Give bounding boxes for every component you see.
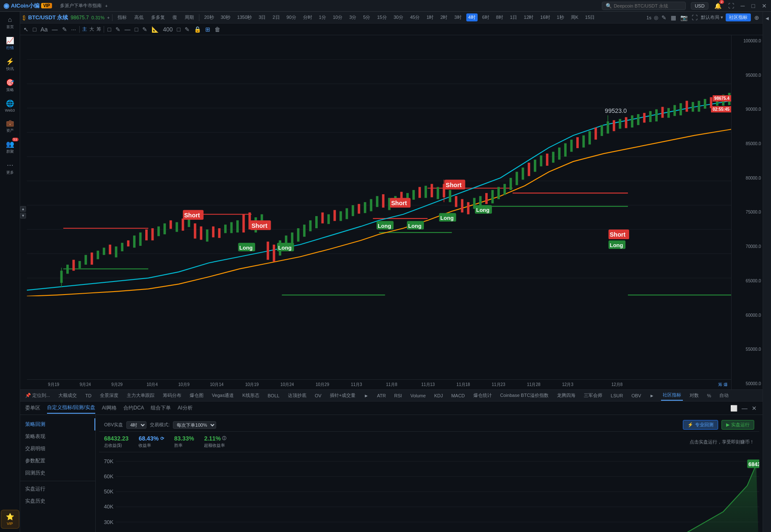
tab-kpattern[interactable]: K线形态 bbox=[240, 391, 261, 400]
copy-icon[interactable]: ⟳ bbox=[160, 436, 164, 441]
maximize-icon[interactable]: □ bbox=[751, 2, 756, 10]
menu-performance[interactable]: 策略表现 bbox=[20, 430, 95, 443]
tf-1h[interactable]: 1时 bbox=[424, 13, 436, 21]
scroll-down-btn[interactable]: ▼ bbox=[20, 213, 26, 219]
draw-chip-btn[interactable]: 筹 bbox=[97, 26, 101, 32]
tf-3m[interactable]: 3分 bbox=[347, 13, 358, 21]
tab-log[interactable]: 对数 bbox=[688, 391, 700, 400]
tf-2h[interactable]: 2时 bbox=[438, 13, 450, 21]
tab-volume[interactable]: Volume bbox=[409, 391, 428, 400]
tf-8h[interactable]: 8时 bbox=[494, 13, 505, 21]
draw-measure[interactable]: 📐 bbox=[151, 25, 159, 34]
tf-16h[interactable]: 16时 bbox=[538, 13, 552, 21]
search-box[interactable]: 🔍 bbox=[602, 2, 686, 10]
tf-20s[interactable]: 20秒 bbox=[202, 13, 216, 21]
draw-select-rect[interactable]: □ bbox=[107, 25, 112, 34]
tf-4h[interactable]: 4时 bbox=[466, 13, 478, 21]
panel-expand-btn[interactable]: ⬜ bbox=[729, 404, 738, 412]
tf-week[interactable]: 周K bbox=[569, 13, 580, 21]
tf-10m[interactable]: 10分 bbox=[331, 13, 345, 21]
period-btn[interactable]: 周期 bbox=[182, 13, 196, 21]
nav-assets[interactable]: 💼 资产 bbox=[1, 117, 19, 136]
draw-pencil[interactable]: ✎ bbox=[115, 25, 121, 34]
indicator-btn[interactable]: 指标 bbox=[115, 13, 129, 21]
tf-1m[interactable]: 1分 bbox=[317, 13, 328, 21]
camera-btn[interactable]: 📷 bbox=[680, 13, 688, 22]
tf-5m[interactable]: 5分 bbox=[361, 13, 372, 21]
draw-pen[interactable]: ✎ bbox=[61, 25, 68, 34]
draw-hline[interactable]: — bbox=[124, 25, 131, 34]
default-layout-btn[interactable]: 默认布局 ▾ bbox=[701, 14, 723, 21]
currency-button[interactable]: USD bbox=[691, 2, 708, 10]
tab-needle[interactable]: 插针+成交量 bbox=[328, 391, 357, 400]
tf-1350s[interactable]: 1350秒 bbox=[235, 13, 254, 21]
tf-1s-right[interactable]: 1s bbox=[646, 15, 651, 20]
live-run-btn[interactable]: ▶ 实盘运行 bbox=[721, 420, 754, 430]
trade-mode-select[interactable]: 每次下单100% bbox=[173, 421, 216, 429]
close-icon[interactable]: ✕ bbox=[761, 2, 768, 10]
draw-line[interactable]: — bbox=[51, 25, 59, 34]
ptab-custom[interactable]: 自定义指标/回测/实盘 bbox=[47, 402, 95, 414]
tab-rsi[interactable]: RSI bbox=[392, 391, 403, 400]
nav-more[interactable]: ⋯ 更多 bbox=[1, 159, 19, 178]
tf-1d[interactable]: 1日 bbox=[508, 13, 519, 21]
tab-bigorder[interactable]: 大额成交 bbox=[57, 391, 78, 400]
draw-text2[interactable]: □ bbox=[176, 25, 181, 34]
menu-live-history[interactable]: 实盘历史 bbox=[20, 495, 95, 507]
tab-bigtrack[interactable]: 主力大单跟踪 bbox=[125, 391, 156, 400]
draw-delete[interactable]: 🗑 bbox=[214, 25, 221, 34]
tab-boll[interactable]: BOLL bbox=[266, 391, 281, 400]
draw-filter[interactable]: ⊞ bbox=[204, 25, 211, 34]
fullscreen-chart-btn[interactable]: ⛶ bbox=[691, 13, 698, 22]
nav-market[interactable]: 📈 行情 bbox=[1, 34, 19, 53]
tab-lsur[interactable]: LSUR bbox=[609, 391, 625, 400]
draw-copy[interactable]: ✎ bbox=[184, 25, 191, 34]
draw-fib[interactable]: 400 bbox=[162, 25, 173, 34]
tab-army[interactable]: 三军会师 bbox=[582, 391, 604, 400]
nav-news[interactable]: ⚡ 快讯 bbox=[1, 55, 19, 74]
tf-90m[interactable]: 90分 bbox=[285, 13, 298, 21]
menu-live-run[interactable]: 实盘运行 bbox=[20, 483, 95, 495]
panel-minimize-btn[interactable]: — bbox=[741, 404, 748, 412]
ptab-combo[interactable]: 组合下单 bbox=[151, 403, 171, 413]
panel-close-btn[interactable]: ✕ bbox=[751, 404, 758, 412]
notification-icon[interactable]: 🔔 2 bbox=[714, 2, 722, 10]
share-icon[interactable]: ⊕ bbox=[753, 13, 760, 22]
draw-big-btn[interactable]: 大 bbox=[89, 26, 94, 32]
nav-vip[interactable]: ⭐ VIP bbox=[1, 510, 19, 529]
menu-history[interactable]: 回测历史 bbox=[20, 467, 95, 479]
ptab-analysis[interactable]: AI分析 bbox=[178, 403, 192, 413]
draw-lock[interactable]: 🔒 bbox=[193, 25, 202, 34]
tab-obv[interactable]: OBV bbox=[630, 391, 643, 400]
tab-coinbase[interactable]: Coinbase BTC溢价指数 bbox=[499, 391, 551, 400]
draw-drag[interactable]: □ bbox=[134, 25, 139, 34]
search-input[interactable] bbox=[614, 3, 672, 8]
draw-eraser[interactable]: ✎ bbox=[141, 25, 148, 34]
fullscreen-icon[interactable]: ⛶ bbox=[727, 2, 735, 10]
tab-depth[interactable]: 全景深度 bbox=[98, 391, 120, 400]
tf-12h[interactable]: 12时 bbox=[522, 13, 536, 21]
nav-home[interactable]: ⌂ 首页 bbox=[1, 13, 19, 32]
tf-2d[interactable]: 2日 bbox=[270, 13, 282, 21]
menu-trades[interactable]: 交易明细 bbox=[20, 443, 95, 455]
tab-community[interactable]: 社区指标 bbox=[661, 390, 683, 401]
scroll-right-btn[interactable]: 筹 爆 bbox=[718, 382, 728, 388]
tab-kdj[interactable]: KDJ bbox=[432, 391, 444, 400]
run-period-select[interactable]: 4时 bbox=[126, 421, 146, 429]
ptab-dca[interactable]: 合约DCA bbox=[123, 403, 144, 413]
draw-rect[interactable]: □ bbox=[32, 25, 37, 34]
nav-web3[interactable]: 🌐 Web3 bbox=[1, 97, 19, 115]
drawing-tool-btn[interactable]: ✎ bbox=[661, 13, 667, 22]
tab-liq-stat[interactable]: 爆仓统计 bbox=[472, 391, 494, 400]
tab-top[interactable]: 达顶抄底 bbox=[286, 391, 308, 400]
tf-6h[interactable]: 6时 bbox=[480, 13, 491, 21]
layout-tool-btn[interactable]: ▦ bbox=[670, 13, 677, 22]
tab-macd[interactable]: MACD bbox=[450, 391, 466, 400]
scroll-up-btn[interactable]: ▲ bbox=[20, 206, 26, 212]
menu-params[interactable]: 参数配置 bbox=[20, 455, 95, 467]
tab-ov[interactable]: OV bbox=[313, 391, 323, 400]
add-tab-btn[interactable]: + bbox=[107, 15, 110, 20]
draw-more[interactable]: ··· bbox=[71, 25, 77, 34]
ptab-orders[interactable]: 委单区 bbox=[25, 403, 40, 413]
sidebar-toggle-btn[interactable]: ◀ bbox=[765, 15, 770, 21]
